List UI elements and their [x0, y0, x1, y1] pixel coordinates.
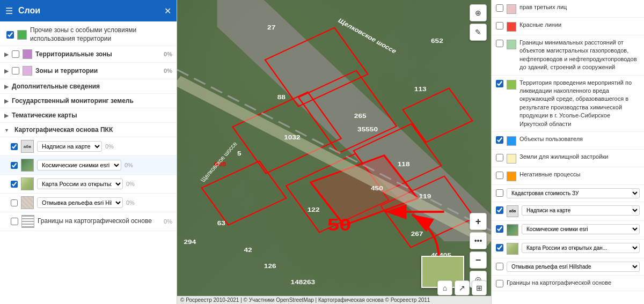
right-thumb-nadpisi: абв [507, 205, 518, 217]
layer-group-tematic[interactable]: ▶ Тематические карты [0, 108, 177, 123]
layers-button[interactable]: ⊕ [470, 4, 487, 21]
layer-group-zones[interactable]: ▶ Зоны и территории 0% [0, 63, 177, 79]
svg-text:113: 113 [414, 86, 427, 92]
svg-text:88: 88 [277, 94, 286, 100]
right-item-negat: Негативные процессы [492, 167, 644, 185]
sublayer-checkbox-otmyvka[interactable] [11, 199, 18, 206]
layer-group-gos[interactable]: ▶ Государственный мониторинг земель [0, 94, 177, 108]
svg-text:122: 122 [308, 206, 320, 213]
layer-percent-territorial: 0% [164, 51, 172, 57]
right-cb-kadastr[interactable] [496, 189, 503, 197]
pencil-button[interactable]: ✎ [470, 24, 487, 41]
menu-icon[interactable]: ☰ [5, 6, 13, 16]
map-controls-top: ⊕ ✎ [470, 4, 487, 41]
right-cb-granici[interactable] [496, 280, 503, 287]
right-item-terr: Территория проведения мероприятий по лик… [492, 76, 644, 132]
map-footer-text: © Росреестр 2010-2021 | © Участники Open… [180, 297, 430, 303]
svg-text:119: 119 [419, 193, 431, 199]
right-select-kadastr[interactable]: Кадастровая стоимость ЗУ [507, 188, 640, 198]
layer-label-dop: Дополнительные сведения [12, 83, 100, 90]
right-cb-nadpisi[interactable] [496, 206, 503, 214]
right-cb-negat[interactable] [496, 172, 503, 179]
layer-group-dop[interactable]: ▶ Дополнительные сведения [0, 79, 177, 94]
sublayer-checkbox-kosm[interactable] [11, 162, 18, 169]
arrow-gos: ▶ [4, 98, 9, 104]
svg-line-12 [177, 70, 491, 231]
right-cb-kosm[interactable] [496, 225, 503, 233]
right-label-granici-min: Границы минимальных расстояний от объект… [519, 39, 640, 72]
share-icon-btn[interactable]: ↗ [455, 280, 470, 295]
right-color-prav [507, 4, 516, 14]
right-select-kosm[interactable]: Космические снимки esri [522, 224, 640, 234]
right-color-krasn [507, 22, 516, 32]
close-icon[interactable]: ✕ [164, 6, 171, 16]
svg-text:1032: 1032 [284, 134, 301, 140]
right-item-nadpisi: абв Надписи на карте [492, 202, 644, 221]
svg-text:Щелковское шоссе: Щелковское шоссе [336, 17, 398, 55]
right-cb-granici-min[interactable] [496, 40, 503, 47]
sublayer-select-kosm[interactable]: Космические снимки esri [37, 160, 121, 170]
sublayer-checkbox-karta[interactable] [11, 181, 18, 188]
sublayer-select-otmyvka[interactable]: Отмывка рельефа esri Hillshade [37, 197, 123, 208]
svg-text:50: 50 [327, 215, 351, 234]
home-icon-btn[interactable]: ⌂ [437, 280, 452, 295]
right-item-kadastr: Кадастровая стоимость ЗУ [492, 185, 644, 202]
right-item-ob: Объекты пользователя [492, 132, 644, 150]
layer-checkbox-territorial[interactable] [12, 50, 19, 58]
more-button[interactable]: ••• [470, 232, 487, 249]
sublayer-percent-otmyvka: 0% [126, 199, 135, 206]
right-label-granici: Границы на картографической основе [507, 279, 640, 287]
sublayer-checkbox-nadpisi[interactable] [11, 143, 18, 150]
layer-label-tematic: Тематические карты [12, 112, 77, 119]
layer-group-kart[interactable]: Картографическая основа ПКК [0, 123, 177, 137]
zoom-in-button[interactable]: + [470, 213, 487, 230]
panel-title: Слои [18, 6, 159, 16]
right-label-terr: Территория проведения мероприятий по лик… [519, 79, 640, 128]
right-cb-ob[interactable] [496, 136, 503, 144]
right-cb-krasn[interactable] [496, 22, 503, 29]
layer-percent-zones: 0% [164, 68, 172, 74]
svg-text:450: 450 [371, 185, 383, 191]
right-select-karta[interactable]: Карта России из открытых дан... [522, 243, 640, 253]
layer-group-territorial[interactable]: ▶ Территориальные зоны 0% [0, 46, 177, 63]
layer-label-prochie: Прочие зоны с особыми условиями использо… [30, 26, 172, 43]
svg-text:652: 652 [431, 38, 443, 44]
right-select-otmyvka[interactable]: Отмывка рельефа esri Hillshade [507, 262, 640, 272]
sublayer-granicy: Границы на картографической основе 0% [0, 212, 177, 231]
sublayer-percent-karta: 0% [126, 181, 135, 187]
right-color-terr [507, 80, 516, 90]
layer-label-kart: Картографическая основа ПКК [14, 126, 113, 134]
right-select-nadpisi[interactable]: Надписи на карте [522, 205, 640, 216]
right-label-ob: Объекты пользователя [519, 135, 640, 143]
svg-text:265: 265 [354, 113, 367, 119]
right-item-zemli: Земли для жилищной застройки [492, 150, 644, 167]
right-color-granici-min [507, 40, 516, 49]
panel-header: ☰ Слои ✕ [0, 0, 177, 21]
layer-label-zones: Зоны и территории [35, 67, 98, 75]
svg-line-11 [177, 80, 491, 241]
sublayer-select-karta[interactable]: Карта России из открытых данн... [37, 179, 123, 189]
right-cb-karta[interactable] [496, 244, 503, 251]
arrow-kart [4, 127, 9, 133]
layer-checkbox-prochie[interactable] [6, 31, 14, 39]
svg-text:42: 42 [244, 247, 252, 253]
map-footer: © Росреестр 2010-2021 | © Участники Open… [177, 296, 491, 304]
measure-icon-btn[interactable]: ⊞ [472, 280, 487, 295]
map-area[interactable]: 27 652 113 88 265 35550 1032 5 608 118 4… [177, 0, 491, 304]
svg-rect-4 [232, 92, 341, 174]
zoom-out-button[interactable]: − [470, 251, 487, 269]
svg-marker-1 [217, 0, 491, 241]
right-cb-terr[interactable] [496, 80, 503, 87]
right-label-zemli: Земли для жилищной застройки [519, 153, 640, 161]
right-color-zemli [507, 154, 516, 164]
right-thumb-kosm [507, 224, 518, 236]
sublayer-select-nadpisi[interactable]: Надписи на карте [37, 141, 102, 152]
panel-body: Прочие зоны с особыми условиями использо… [0, 21, 177, 304]
sublayer-label-granicy: Границы на картографической основе [38, 217, 160, 226]
layer-checkbox-zones[interactable] [12, 67, 19, 75]
right-cb-zemli[interactable] [496, 154, 503, 161]
right-cb-prav[interactable] [496, 4, 503, 12]
right-item-granici-min: Границы минимальных расстояний от объект… [492, 35, 644, 76]
sublayer-checkbox-granicy[interactable] [11, 218, 18, 225]
right-cb-otmyvka[interactable] [496, 263, 503, 270]
